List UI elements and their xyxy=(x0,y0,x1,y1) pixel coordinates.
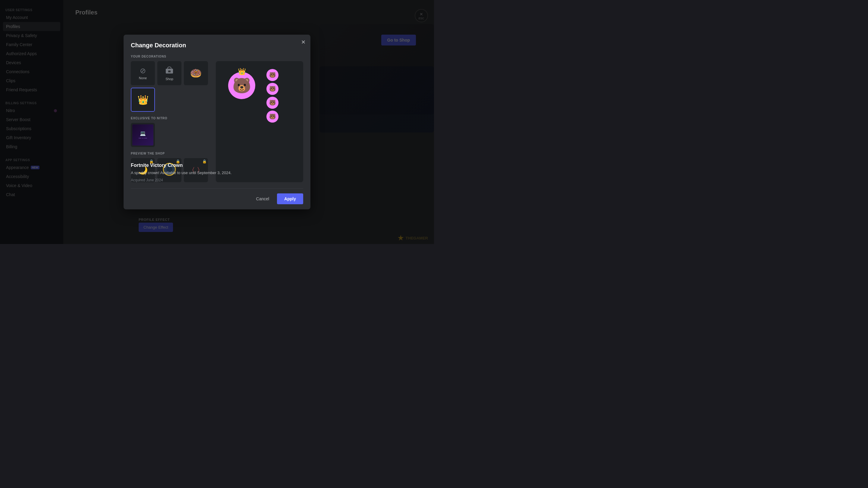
side-thumb-2: 🐻 xyxy=(267,83,278,95)
preview-shop-label: PREVIEW THE SHOP xyxy=(131,152,211,155)
nitro-deco-text: 💻 ~~ ~ ~~ xyxy=(138,130,147,140)
side-thumbnails: 🐻 🐻 🐻 🐻 xyxy=(267,66,278,177)
side-thumb-1: 🐻 xyxy=(267,69,278,81)
change-decoration-modal: Change Decoration ✕ YOUR DECORATIONS ⊘ N… xyxy=(124,35,310,209)
avatar-image: 🐻 👑 xyxy=(228,72,255,99)
modal-title: Change Decoration xyxy=(131,42,303,49)
avatar-preview: 🐻 👑 xyxy=(221,66,263,126)
nitro-decoration-visual: 💻 ~~ ~ ~~ xyxy=(132,124,153,145)
side-thumb-3: 🐻 xyxy=(267,97,278,109)
your-decorations-label: YOUR DECORATIONS xyxy=(131,55,303,58)
crown-overlay: 👑 xyxy=(238,68,246,76)
apply-button[interactable]: Apply xyxy=(277,193,303,204)
nitro-decoration-item[interactable]: 💻 ~~ ~ ~~ xyxy=(131,123,155,147)
modal-body: ⊘ None Shop xyxy=(131,61,303,182)
modal-close-button[interactable]: ✕ xyxy=(301,39,306,45)
decoration-right-panel: 🐻 👑 🐻 🐻 🐻 🐻 Fortnite Victory Crown A spa… xyxy=(216,61,303,182)
nitro-decorations-grid: 💻 ~~ ~ ~~ xyxy=(131,123,211,147)
decoration-donut[interactable]: 🍩 xyxy=(184,61,208,85)
crown-icon: 👑 xyxy=(137,95,149,105)
none-icon: ⊘ xyxy=(140,67,146,75)
shop-label: Shop xyxy=(165,77,173,81)
decoration-none[interactable]: ⊘ None xyxy=(131,61,155,85)
item-name: Fortnite Victory Crown xyxy=(131,163,303,168)
cancel-button[interactable]: Cancel xyxy=(251,193,274,204)
donut-icon: 🍩 xyxy=(190,67,202,79)
modal-overlay: Change Decoration ✕ YOUR DECORATIONS ⊘ N… xyxy=(0,0,434,244)
avatar-container: 🐻 👑 xyxy=(228,72,255,99)
item-info: Fortnite Victory Crown A sparkly crown! … xyxy=(131,163,303,183)
your-decorations-grid: ⊘ None Shop xyxy=(131,61,211,112)
decoration-shop[interactable]: Shop xyxy=(157,61,181,85)
exclusive-nitro-label: EXCLUSIVE TO NITRO xyxy=(131,117,211,120)
item-acquired: Acquired June 2024 xyxy=(131,178,303,182)
none-label: None xyxy=(139,76,147,80)
decoration-crown[interactable]: 👑 xyxy=(131,88,155,112)
item-description: A sparkly crown! Available to use until … xyxy=(131,170,303,176)
modal-footer: Cancel Apply xyxy=(131,188,303,204)
shop-icon xyxy=(165,66,174,76)
side-thumb-4: 🐻 xyxy=(267,110,278,123)
svg-rect-1 xyxy=(168,70,170,72)
